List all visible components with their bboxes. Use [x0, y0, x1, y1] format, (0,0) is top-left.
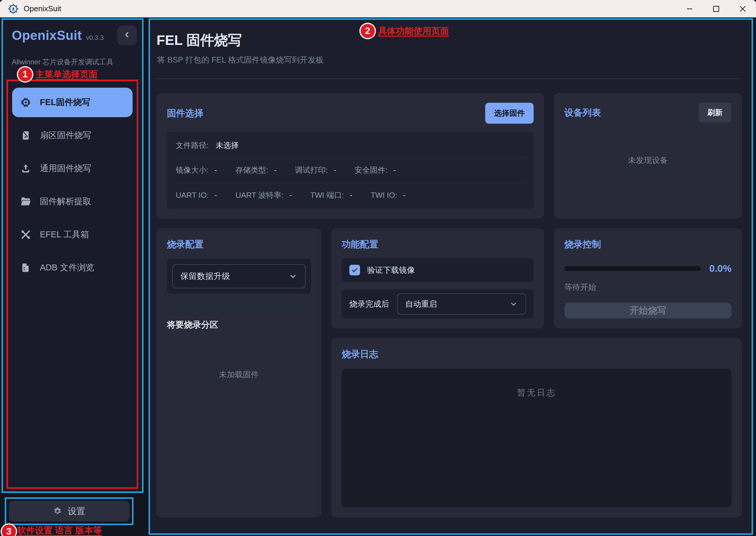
app-gear-icon: [8, 3, 19, 15]
image-size-value: -: [214, 166, 217, 175]
firmware-info-panel: 文件路径: 未选择 镜像大小:- 存储类型:- 调试打印:- 安全固件:- UA…: [167, 132, 533, 209]
firmware-select-card: 固件选择 选择固件 文件路径: 未选择 镜像大小:- 存储类型:- 调试打印:-…: [156, 93, 544, 218]
sidebar-item-generic-flash[interactable]: 通用固件烧写: [12, 154, 133, 183]
upload-icon: [20, 163, 32, 175]
settings-annotation-cyan-box: 设置: [5, 497, 133, 525]
chevron-down-icon: [509, 300, 518, 308]
verify-checkbox[interactable]: [349, 265, 360, 275]
uart-io-value: -: [215, 191, 217, 200]
file-icon: [20, 262, 32, 274]
after-burn-row: 烧录完成后 自动重启: [342, 289, 533, 318]
sidebar-item-firmware-extract[interactable]: 固件解析提取: [12, 187, 133, 217]
annotation-circle-1: 1: [18, 67, 32, 82]
device-list-title: 设备列表: [564, 107, 601, 119]
log-area[interactable]: 暂无日志: [342, 369, 732, 507]
window-title: OpenixSuit: [24, 4, 61, 13]
sidebar-item-label: ADB 文件浏览: [40, 262, 94, 274]
minimize-button[interactable]: [676, 0, 703, 17]
cpu-icon: [20, 96, 32, 108]
maximize-button[interactable]: [703, 0, 729, 17]
app-version: v0.3.3: [86, 34, 104, 42]
page-subtitle: 将 BSP 打包的 FEL 格式固件镜像烧写到开发板: [157, 54, 324, 65]
storage-type-value: -: [274, 166, 277, 175]
sidebar-item-label: 通用固件烧写: [40, 163, 91, 175]
header-divider: [156, 79, 740, 79]
sidebar-item-label: 固件解析提取: [40, 196, 91, 208]
twi-port-value: -: [350, 191, 352, 200]
sidebar-item-efel-toolbox[interactable]: EFEL 工具箱: [12, 220, 133, 250]
app-logo: OpenixSuit: [12, 28, 82, 43]
sidebar-subtitle: Allwinner 芯片设备开发调试工具: [12, 57, 114, 67]
file-path-label: 文件路径:: [176, 140, 209, 151]
chevron-left-icon: [122, 30, 131, 41]
feature-config-title: 功能配置: [342, 238, 533, 251]
burn-log-title: 烧录日志: [342, 348, 732, 360]
device-list-card: 设备列表 刷新 未发现设备: [554, 93, 742, 218]
uart-io-label: UART IO:: [176, 191, 209, 200]
progress-bar: [564, 266, 701, 271]
burn-mode-wrap: 保留数据升级: [167, 259, 311, 294]
sidebar-item-adb-files[interactable]: ADB 文件浏览: [12, 253, 133, 283]
log-empty-placeholder: 暂无日志: [517, 387, 556, 398]
burn-status: 等待开始: [564, 282, 732, 292]
refresh-button[interactable]: 刷新: [699, 103, 732, 122]
menu-annotation-red-box: FEL固件烧写 扇区固件烧写: [7, 80, 138, 489]
sidebar-item-label: FEL固件烧写: [40, 96, 90, 108]
burn-config-card: 烧录配置 保留数据升级 将要烧录分区 未加载固件: [156, 228, 321, 517]
main-panel: FEL 固件烧写 将 BSP 打包的 FEL 格式固件镜像烧写到开发板 固件选择…: [149, 18, 753, 535]
storage-type-label: 存储类型:: [235, 165, 268, 175]
secure-firmware-label: 安全固件:: [355, 165, 388, 175]
sidebar-item-label: 扇区固件烧写: [40, 130, 91, 141]
settings-button[interactable]: 设置: [9, 501, 129, 521]
debug-print-value: -: [334, 166, 336, 175]
burn-log-card: 烧录日志 暂无日志: [331, 338, 742, 517]
close-button[interactable]: [729, 0, 756, 17]
file-path-value: 未选择: [216, 140, 239, 151]
progress-percent: 0.0%: [709, 263, 732, 274]
secure-firmware-value: -: [394, 166, 396, 175]
debug-print-label: 调试打印:: [295, 165, 328, 175]
sidebar: OpenixSuit v0.3.3 Allwinner 芯片设备开发调试工具 F…: [0, 17, 147, 536]
window-titlebar: OpenixSuit: [0, 0, 756, 17]
sdcard-icon: [20, 130, 32, 141]
chevron-down-icon: [289, 272, 297, 281]
annotation-text-3: 软件设置 语言 版本等: [17, 524, 102, 536]
folder-open-icon: [20, 196, 32, 208]
twi-io-label: TWI IO:: [371, 191, 397, 200]
device-list-empty: 未发现设备: [564, 155, 732, 166]
burn-mode-select[interactable]: 保留数据升级: [172, 264, 306, 288]
twi-io-value: -: [403, 191, 406, 200]
verify-label: 验证下载镜像: [367, 265, 415, 275]
after-burn-value: 自动重启: [405, 299, 437, 309]
annotation-text-1: 主菜单选择页面: [35, 68, 97, 81]
image-size-label: 镜像大小:: [176, 165, 209, 175]
burn-mode-value: 保留数据升级: [181, 271, 230, 282]
after-burn-select[interactable]: 自动重启: [397, 293, 526, 315]
page-title: FEL 固件烧写: [156, 31, 242, 50]
settings-label: 设置: [68, 505, 86, 518]
twi-port-label: TWI 端口:: [310, 190, 344, 200]
burn-control-card: 烧录控制 0.0% 等待开始 开始烧写: [554, 228, 742, 328]
partitions-title: 将要烧录分区: [167, 319, 311, 331]
after-burn-label: 烧录完成后: [349, 299, 389, 309]
sidebar-item-label: EFEL 工具箱: [40, 229, 89, 241]
annotation-circle-2: 2: [361, 24, 375, 38]
burn-config-title: 烧录配置: [167, 238, 311, 251]
start-burn-button[interactable]: 开始烧写: [564, 303, 732, 318]
verify-row: 验证下载镜像: [342, 258, 533, 282]
sidebar-item-sector-flash[interactable]: 扇区固件烧写: [12, 121, 133, 150]
partitions-empty: 未加载固件: [167, 369, 311, 380]
sidebar-collapse-button[interactable]: [117, 26, 137, 45]
annotation-text-2: 具体功能使用页面: [378, 25, 449, 37]
tools-icon: [20, 229, 32, 241]
firmware-select-title: 固件选择: [167, 107, 203, 119]
feature-config-card: 功能配置 验证下载镜像 烧录完成后 自动重启: [331, 228, 544, 328]
uart-baud-value: -: [290, 191, 292, 200]
uart-baud-label: UART 波特率:: [235, 190, 283, 200]
gear-icon: [53, 507, 62, 516]
sidebar-item-fel-flash[interactable]: FEL固件烧写: [12, 88, 133, 117]
divider: [167, 307, 311, 307]
choose-firmware-button[interactable]: 选择固件: [485, 103, 533, 124]
sidebar-annotation-cyan-box: OpenixSuit v0.3.3 Allwinner 芯片设备开发调试工具 F…: [1, 18, 144, 493]
burn-control-title: 烧录控制: [564, 238, 732, 251]
